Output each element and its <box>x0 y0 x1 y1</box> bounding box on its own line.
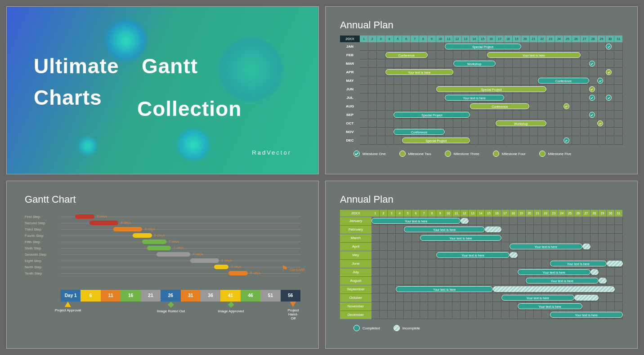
step-row: Ninth Step4 days <box>25 264 300 270</box>
gantt-bar: Special Project <box>445 44 521 49</box>
timeline-cell: 31 <box>181 290 201 302</box>
month-labels: 20XX JanuaryFebruaryMarchAprilMayJuneJul… <box>340 210 371 320</box>
month-label: April <box>340 243 371 251</box>
gantt-bar: Conference <box>470 103 529 109</box>
gantt-rows: Special ProjectConferenceYour text is he… <box>360 43 623 145</box>
title-slide: Ultimate Gantt Charts Collection RadVect… <box>6 6 319 174</box>
gantt-rows: Your text is hereYour text is hereYour t… <box>371 217 623 319</box>
title-word-2: Gantt <box>142 54 198 78</box>
gantt-bar: Conference <box>394 129 444 135</box>
gantt-row: Your text is here <box>360 68 623 76</box>
step-bar <box>228 271 248 275</box>
duration-label: 8 days <box>221 258 232 262</box>
step-bar <box>214 265 228 269</box>
timeline-cell: 11 <box>101 290 121 302</box>
step-row: Seventh Step9 days <box>25 251 300 257</box>
month-label: December <box>340 311 371 319</box>
step-bar <box>142 240 166 244</box>
gantt-row: Special Project <box>360 85 623 93</box>
gantt-row: Your text is here <box>371 260 623 268</box>
gantt-bar: Your text is here <box>385 69 453 75</box>
gantt-row: Your text is here <box>371 294 623 302</box>
title-word-3: Charts <box>34 85 102 110</box>
gantt-bar: Conference <box>385 52 428 58</box>
annual-plan-slide-teal: Annual Plan 20XX JANFEBMARAPRMAYJUNJULAU… <box>325 6 638 174</box>
step-bar <box>190 258 219 263</box>
gantt-bar-incomplete <box>493 286 614 292</box>
step-bar <box>113 227 142 231</box>
slide-title: Gantt Chart <box>25 194 300 205</box>
gantt-bar: Your text is here <box>396 286 493 292</box>
gantt-row: Your text is here <box>371 277 623 285</box>
timeline-cell: 16 <box>121 290 140 302</box>
duration-label: 9 days <box>192 252 203 256</box>
slide-title: Annual Plan <box>340 19 623 31</box>
step-label: Sixth Step <box>25 246 61 250</box>
month-label: July <box>340 268 371 276</box>
gantt-row: Special Project <box>360 137 623 145</box>
gantt-bar: Your text is here <box>404 226 485 232</box>
step-row: First Step5 days <box>25 213 300 220</box>
duration-label: 8 days <box>145 227 156 231</box>
duration-label: 8 days <box>121 221 131 225</box>
month-label: JUN <box>340 85 360 93</box>
gantt-bar: Your text is here <box>526 278 599 284</box>
month-label: November <box>340 302 371 311</box>
step-label: Eight Step <box>25 259 61 263</box>
month-label: August <box>340 277 371 285</box>
duration-label: 4 days <box>231 265 242 269</box>
legend-item: Milestone Five <box>539 151 572 157</box>
step-label: Third Step <box>25 227 61 231</box>
legend-item: Completed <box>353 325 380 331</box>
milestone-marker <box>589 61 595 67</box>
milestone-marker <box>564 103 569 109</box>
gantt-bar-incomplete <box>574 295 599 301</box>
gantt-bar-incomplete <box>607 261 623 266</box>
golive-flag: Go-Live! <box>282 264 305 273</box>
timeline-cell: 56 <box>281 290 300 302</box>
gantt-row: Your text is here <box>371 268 623 276</box>
gantt-row: ConferenceYour text is here <box>360 51 623 59</box>
step-bar <box>75 214 94 219</box>
milestone-marker <box>589 112 595 118</box>
gantt-bar: Your text is here <box>518 269 590 275</box>
step-bar <box>89 221 118 225</box>
gantt-bar: Your text is here <box>550 312 623 318</box>
gantt-row: Your text is here <box>371 285 623 293</box>
gantt-row: Workshop <box>360 60 623 68</box>
month-label: MAR <box>340 60 360 68</box>
step-row: Tenth Step5 days <box>25 270 300 276</box>
step-bar <box>157 252 190 257</box>
gantt-bar: Your text is here <box>371 218 461 224</box>
gantt-bar: Workshop <box>453 61 496 67</box>
gantt-steps: First Step5 daysSecond Step8 daysThird S… <box>25 213 300 276</box>
month-label: APR <box>340 68 360 76</box>
gantt-bar-incomplete <box>599 278 607 284</box>
milestone-marker <box>589 86 595 92</box>
timeline-cell: Day 1 <box>61 290 80 302</box>
month-label: NOV <box>340 128 360 136</box>
timeline-cell: 46 <box>241 290 260 302</box>
step-bar <box>147 246 171 250</box>
timeline-milestones: Project ApprovalImage Rolled OutImage Ap… <box>61 302 300 320</box>
step-row: Eight Step8 days <box>25 257 300 264</box>
gantt-row: Conference <box>360 102 623 111</box>
duration-label: 5 days <box>250 271 261 275</box>
gantt-bar: Conference <box>538 78 589 84</box>
gantt-bar: Your text is here <box>518 303 582 309</box>
month-label: JUL <box>340 94 360 102</box>
step-label: Seventh Step <box>25 253 61 257</box>
gantt-bar-incomplete <box>590 269 599 275</box>
gantt-row: Your text is here <box>371 217 623 225</box>
gantt-row: Workshop <box>360 120 623 128</box>
month-label: May <box>340 251 371 259</box>
legend-item: Incomplete <box>394 325 420 331</box>
title-word-4: Collection <box>137 97 242 121</box>
gantt-row: Your text is here <box>371 243 623 251</box>
timeline-cell: 51 <box>260 290 280 302</box>
step-label: First Step <box>25 215 61 219</box>
step-row: Sixth Step7 days <box>25 245 300 251</box>
gantt-row: Conference <box>360 128 623 136</box>
legend-item: Milestone One <box>353 151 386 157</box>
duration-label: 7 days <box>169 240 179 244</box>
